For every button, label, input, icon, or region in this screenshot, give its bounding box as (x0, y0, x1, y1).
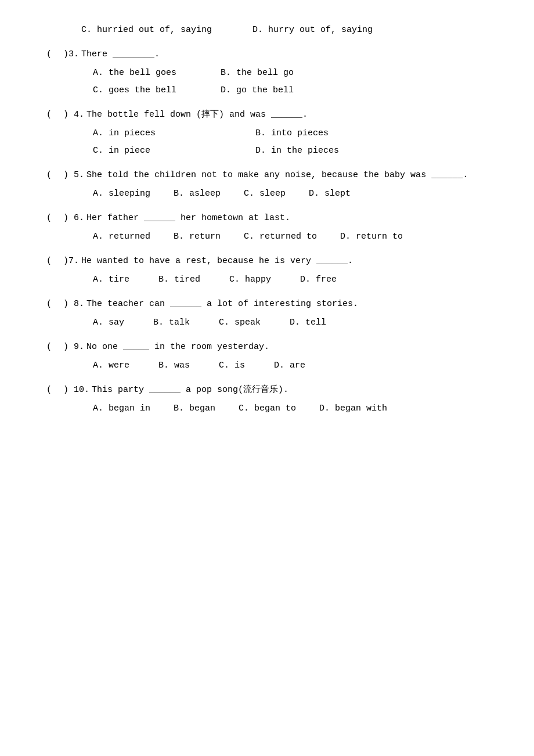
q10-opt-b: B. began (174, 402, 215, 416)
q10-opt-d: D. began with (319, 402, 387, 416)
bracket-9: ( (46, 340, 52, 354)
q5-paren: ) 5. (53, 168, 84, 182)
question-3: ( )3. There ________. A. the bell goes B… (46, 48, 488, 98)
q10-options: A. began in B. began C. began to D. bega… (93, 402, 488, 416)
question-5-stem: ( ) 5. She told the children not to make… (46, 168, 488, 182)
q6-opt-c: C. returned to (244, 230, 317, 244)
q5-opt-a: A. sleeping (93, 187, 150, 201)
question-8-stem: ( ) 8. The teacher can ______ a lot of i… (46, 297, 488, 311)
q9-opt-b: B. was (158, 359, 190, 373)
q7-opt-a: A. tire (93, 273, 129, 287)
q9-paren: ) 9. (53, 340, 84, 354)
question-9: ( ) 9. No one _____ in the room yesterda… (46, 340, 488, 373)
question-6: ( ) 6. Her father ______ her hometown at… (46, 211, 488, 244)
bracket-5: ( (46, 168, 52, 182)
q5-opt-d: D. slept (309, 187, 351, 201)
q4-opt-a: A. in pieces (93, 127, 186, 141)
q3-options: A. the bell goes B. the bell go (93, 66, 488, 80)
q7-opt-c: C. happy (229, 273, 271, 287)
q9-opt-a: A. were (93, 359, 129, 373)
q4-paren: ) 4. (53, 108, 84, 122)
q7-options: A. tire B. tired C. happy D. free (93, 273, 488, 287)
q6-options: A. returned B. return C. returned to D. … (93, 230, 488, 244)
question-6-stem: ( ) 6. Her father ______ her hometown at… (46, 211, 488, 225)
question-10: ( ) 10. This party ______ a pop song(流行音… (46, 383, 488, 416)
q8-opt-d: D. tell (290, 316, 326, 330)
q7-opt-d: D. free (300, 273, 337, 287)
q8-options: A. say B. talk C. speak D. tell (93, 316, 488, 330)
question-5: ( ) 5. She told the children not to make… (46, 168, 488, 201)
top-options-block: C. hurried out of, saying D. hurry out o… (46, 23, 488, 37)
bracket-4: ( (46, 108, 52, 122)
question-9-stem: ( ) 9. No one _____ in the room yesterda… (46, 340, 488, 354)
q4-options-row1: A. in pieces B. into pieces (93, 127, 488, 141)
q4-options-row2: C. in piece D. in the pieces (93, 144, 488, 158)
q8-opt-c: C. speak (219, 316, 261, 330)
q10-opt-a: A. began in (93, 402, 150, 416)
q5-opt-c: C. sleep (244, 187, 286, 201)
q9-opt-c: C. is (219, 359, 245, 373)
q3-opt-c: C. goes the bell (93, 84, 186, 98)
q10-opt-c: C. began to (239, 402, 296, 416)
q8-opt-b: B. talk (153, 316, 190, 330)
question-7: ( )7. He wanted to have a rest, because … (46, 254, 488, 287)
q5-opt-b: B. asleep (174, 187, 221, 201)
question-4-stem: ( ) 4. The bottle fell down (摔下) and was… (46, 108, 488, 122)
q4-opt-d: D. in the pieces (255, 144, 348, 158)
option-d-top: D. hurry out of, saying (252, 23, 373, 37)
q3-text: There ________. (81, 48, 160, 62)
q9-options: A. were B. was C. is D. are (93, 359, 488, 373)
q9-text: No one _____ in the room yesterday. (86, 340, 269, 354)
question-3-stem: ( )3. There ________. (46, 48, 488, 62)
q7-opt-b: B. tired (158, 273, 200, 287)
q8-opt-a: A. say (93, 316, 124, 330)
q7-paren: )7. (53, 254, 79, 268)
q5-text: She told the children not to make any no… (86, 168, 468, 182)
q4-text: The bottle fell down (摔下) and was ______… (86, 108, 308, 122)
q10-paren: ) 10. (53, 383, 89, 397)
q3-options-row2: C. goes the bell D. go the bell (93, 84, 488, 98)
q3-opt-a: A. the bell goes (93, 66, 186, 80)
bracket-3: ( (46, 48, 52, 62)
q8-paren: ) 8. (53, 297, 84, 311)
q6-opt-b: B. return (174, 230, 221, 244)
question-4: ( ) 4. The bottle fell down (摔下) and was… (46, 108, 488, 158)
q6-opt-a: A. returned (93, 230, 150, 244)
q8-text: The teacher can ______ a lot of interest… (86, 297, 358, 311)
bracket-6: ( (46, 211, 52, 225)
question-7-stem: ( )7. He wanted to have a rest, because … (46, 254, 488, 268)
q6-text: Her father ______ her hometown at last. (86, 211, 290, 225)
question-10-stem: ( ) 10. This party ______ a pop song(流行音… (46, 383, 488, 397)
q3-opt-b: B. the bell go (221, 66, 313, 80)
q6-opt-d: D. return to (340, 230, 403, 244)
q3-opt-d: D. go the bell (221, 84, 313, 98)
option-c-top: C. hurried out of, saying (81, 23, 212, 37)
bracket-10: ( (46, 383, 52, 397)
bracket-7: ( (46, 254, 52, 268)
q4-opt-c: C. in piece (93, 144, 186, 158)
q10-text: This party ______ a pop song(流行音乐). (92, 383, 288, 397)
q7-text: He wanted to have a rest, because he is … (81, 254, 353, 268)
q4-opt-b: B. into pieces (255, 127, 348, 141)
q5-options: A. sleeping B. asleep C. sleep D. slept (93, 187, 488, 201)
q9-opt-d: D. are (274, 359, 305, 373)
q3-paren: )3. (53, 48, 79, 62)
bracket-8: ( (46, 297, 52, 311)
q6-paren: ) 6. (53, 211, 84, 225)
question-8: ( ) 8. The teacher can ______ a lot of i… (46, 297, 488, 330)
